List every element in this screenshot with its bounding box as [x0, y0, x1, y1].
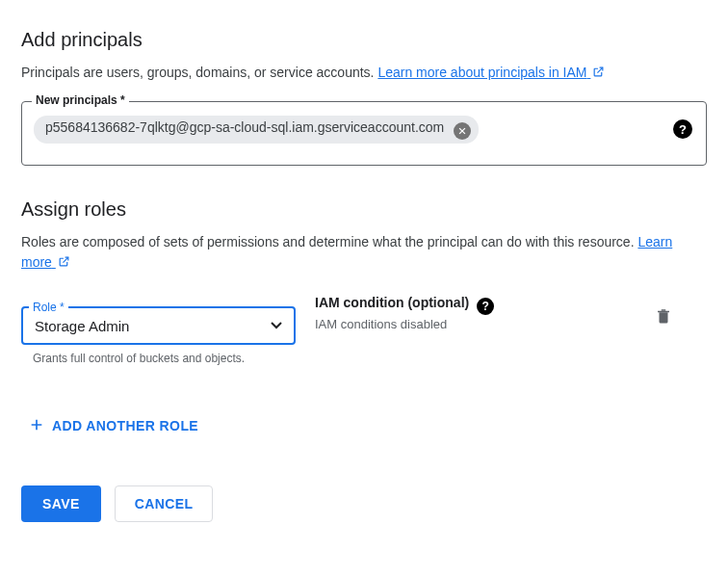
add-principals-description: Principals are users, groups, domains, o… — [21, 63, 707, 84]
dropdown-arrow-icon — [271, 322, 282, 329]
chip-remove-icon[interactable] — [454, 122, 471, 140]
add-another-role-button[interactable]: ADD ANOTHER ROLE — [21, 409, 206, 443]
principal-chip: p55684136682-7qlktg@gcp-sa-cloud-sql.iam… — [34, 116, 479, 144]
help-icon[interactable]: ? — [673, 119, 692, 139]
add-principals-heading: Add principals — [21, 29, 707, 51]
iam-condition-column: IAM condition (optional) ? IAM condition… — [315, 291, 636, 331]
new-principals-label: New principals * — [32, 93, 129, 107]
iam-condition-heading: IAM condition (optional) — [315, 295, 469, 310]
actions-row: SAVE CANCEL — [21, 485, 707, 522]
add-another-role-label: ADD ANOTHER ROLE — [52, 418, 198, 433]
role-select-wrapper: Role * Storage Admin Grants full control… — [21, 291, 296, 367]
add-principals-description-text: Principals are users, groups, domains, o… — [21, 65, 377, 80]
assign-roles-description-text: Roles are composed of sets of permission… — [21, 234, 637, 249]
delete-role-column — [655, 291, 707, 328]
assign-roles-description: Roles are composed of sets of permission… — [21, 232, 707, 274]
role-select-label: Role * — [29, 301, 68, 314]
role-helper-text: Grants full control of buckets and objec… — [21, 351, 262, 367]
role-select-value: Storage Admin — [35, 318, 129, 334]
external-link-icon — [58, 253, 70, 274]
cancel-button[interactable]: CANCEL — [115, 485, 214, 522]
learn-more-principals-link[interactable]: Learn more about principals in IAM — [377, 65, 605, 80]
iam-condition-status: IAM conditions disabled — [315, 317, 636, 331]
learn-more-principals-text: Learn more about principals in IAM — [377, 65, 586, 80]
new-principals-field[interactable]: New principals * p55684136682-7qlktg@gcp… — [21, 101, 707, 166]
save-button[interactable]: SAVE — [21, 485, 101, 522]
principal-chip-text: p55684136682-7qlktg@gcp-sa-cloud-sql.iam… — [45, 119, 444, 135]
help-icon[interactable]: ? — [477, 298, 494, 315]
plus-icon — [29, 417, 44, 435]
trash-icon[interactable] — [655, 313, 672, 328]
role-row: Role * Storage Admin Grants full control… — [21, 291, 707, 367]
external-link-icon — [592, 64, 605, 84]
assign-roles-heading: Assign roles — [21, 198, 707, 221]
